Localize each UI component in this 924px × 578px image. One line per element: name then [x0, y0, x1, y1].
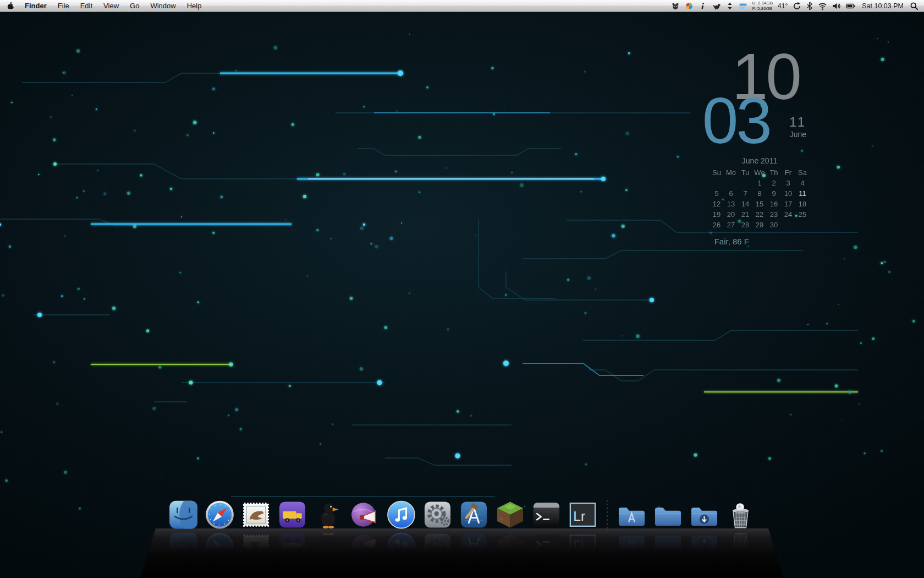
calendar-day: 16	[767, 199, 781, 209]
dock-icon-applications-folder[interactable]	[616, 499, 648, 531]
calendar-day	[738, 178, 752, 188]
calendar-day	[710, 178, 724, 188]
calendar-day	[724, 178, 738, 188]
calendar-day: 4	[795, 178, 810, 188]
calendar-day: 6	[724, 188, 738, 199]
updown-arrows-icon[interactable]	[726, 2, 734, 10]
sync-icon[interactable]	[793, 2, 801, 10]
calendar-day: 1	[752, 178, 767, 188]
dock-icon-finder[interactable]	[168, 499, 200, 531]
calendar-day: 26	[710, 220, 724, 230]
pinwheel-icon[interactable]	[685, 2, 694, 10]
dock-icon-trash[interactable]	[725, 499, 757, 531]
calendar-grid: SuMoTuWeThFrSa12345678910111213141516171…	[710, 167, 810, 230]
dock-icon-downloads-folder[interactable]	[689, 499, 721, 531]
dock-icon-mail[interactable]	[240, 499, 272, 531]
dock-icon-megaphone-globe[interactable]	[349, 499, 381, 531]
status-icons-right	[793, 2, 856, 10]
svg-text:Lr: Lr	[573, 509, 585, 524]
memory-used: U: 2.14GB	[752, 1, 773, 6]
desktop-wallpaper: 10 03 11 June June 2011 SuMoTuWeThFrSa12…	[0, 12, 924, 578]
temperature-readout[interactable]: 41°	[778, 2, 788, 10]
calendar-day: 15	[752, 199, 767, 209]
screen: FinderFileEditViewGoWindowHelp U: 2.14GB…	[0, 0, 924, 578]
calendar-day: 29	[752, 220, 767, 230]
wifi-icon[interactable]	[818, 2, 827, 10]
dock-icon-duck[interactable]	[313, 499, 345, 531]
calendar-widget: June 2011 SuMoTuWeThFrSa1234567891011121…	[710, 156, 810, 230]
circuit-wallpaper-art	[0, 12, 924, 578]
calendar-day: 19	[710, 209, 724, 220]
bluetooth-icon[interactable]	[806, 2, 813, 10]
calendar-day: 20	[724, 209, 738, 220]
calendar-day: 3	[781, 178, 795, 188]
calendar-day-header: Tu	[738, 167, 752, 178]
calendar-day: 12	[710, 199, 724, 209]
calendar-day-header: Mo	[724, 167, 738, 178]
dock-icon-minecraft[interactable]	[494, 499, 526, 531]
menu-edit[interactable]: Edit	[75, 2, 98, 10]
dog-icon[interactable]	[712, 2, 721, 10]
calendar-day: 18	[795, 199, 810, 209]
calendar-day: 8	[752, 188, 767, 199]
calendar-day-header: We	[752, 167, 767, 178]
volume-icon[interactable]	[832, 2, 841, 10]
calendar-title: June 2011	[710, 156, 810, 165]
meter-icon[interactable]	[739, 2, 747, 10]
menu-clock[interactable]: Sat 10:03 PM	[861, 2, 905, 10]
calendar-day-header: Su	[710, 167, 724, 178]
calendar-day: 7	[738, 188, 752, 199]
calendar-day: 5	[710, 188, 724, 199]
wallpaper-dots	[1, 34, 915, 510]
calendar-day-header: Th	[767, 167, 781, 178]
calendar-day: 25	[795, 209, 810, 220]
dock-icon-documents-folder[interactable]	[652, 499, 684, 531]
calendar-day	[795, 220, 810, 230]
dock-icon-terminal[interactable]	[531, 499, 563, 531]
dock-shelf	[140, 528, 784, 578]
apple-menu-icon[interactable]	[6, 2, 19, 10]
dock-icon-lightroom[interactable]: LrLr	[567, 499, 599, 531]
calendar-day: 27	[724, 220, 738, 230]
calendar-day: 14	[738, 199, 752, 209]
weather-widget: Fair, 86 F	[714, 237, 749, 246]
calendar-day	[781, 220, 795, 230]
calendar-day: 11	[795, 188, 810, 199]
menu-finder[interactable]: Finder	[19, 2, 52, 10]
menu-file[interactable]: File	[52, 2, 75, 10]
menu-view[interactable]: View	[98, 2, 124, 10]
status-icons-left	[671, 2, 747, 10]
menu-items: FinderFileEditViewGoWindowHelp	[19, 2, 207, 10]
battery-icon[interactable]	[846, 2, 856, 10]
critter-icon[interactable]	[671, 2, 680, 10]
dock-icon-xcode[interactable]	[458, 499, 490, 531]
dock-icon-transmit[interactable]	[277, 499, 309, 531]
dock-icon-safari[interactable]	[204, 499, 236, 531]
spotlight-icon[interactable]	[910, 2, 919, 10]
dock-separator	[607, 500, 608, 531]
memory-readout[interactable]: U: 2.14GB F: 5.86GB	[752, 1, 773, 11]
dock-icons: LrLr	[168, 499, 757, 531]
dock-icon-itunes[interactable]	[386, 499, 417, 531]
menu-help[interactable]: Help	[182, 2, 207, 10]
calendar-day: 2	[767, 178, 781, 188]
calendar-day-header: Sa	[795, 167, 810, 178]
menu-go[interactable]: Go	[124, 2, 145, 10]
calendar-day: 13	[724, 199, 738, 209]
calendar-day: 10	[781, 188, 795, 199]
calendar-day: 17	[781, 199, 795, 209]
calendar-day: 30	[767, 220, 781, 230]
menu-bar: FinderFileEditViewGoWindowHelp U: 2.14GB…	[0, 0, 924, 12]
menu-window[interactable]: Window	[145, 2, 181, 10]
status-area: U: 2.14GB F: 5.86GB 41° Sat 10:03 PM	[671, 1, 919, 11]
calendar-day: 9	[767, 188, 781, 199]
calendar-day: 23	[767, 209, 781, 220]
calendar-day-header: Fr	[781, 167, 795, 178]
calendar-day: 21	[738, 209, 752, 220]
dock-icon-system-preferences[interactable]	[422, 499, 454, 531]
memory-free: F: 5.86GB	[752, 6, 773, 12]
calendar-day: 24	[781, 209, 795, 220]
calendar-day: 22	[752, 209, 767, 220]
info-icon[interactable]	[698, 2, 707, 10]
calendar-day: 28	[738, 220, 752, 230]
